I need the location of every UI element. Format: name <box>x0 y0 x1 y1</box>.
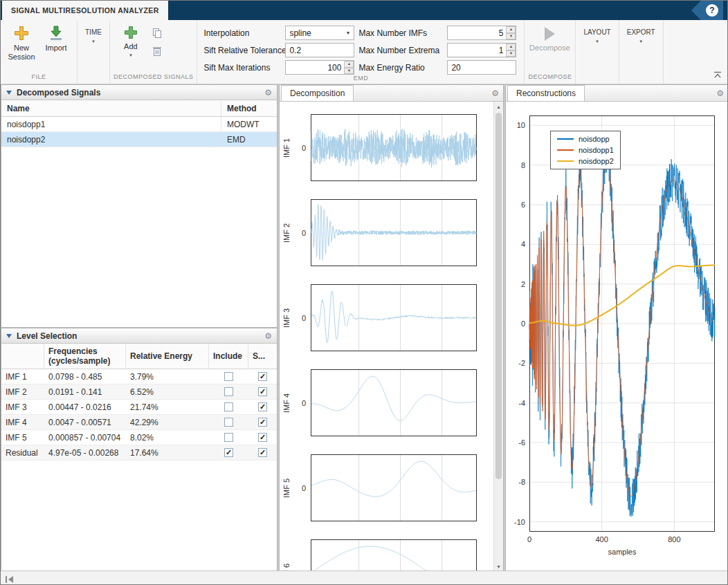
max-imfs-stepper[interactable]: ▲▼ <box>447 26 516 40</box>
export-label: EXPORT <box>627 28 655 36</box>
show-checkbox[interactable] <box>258 448 267 457</box>
time-section-label <box>81 73 106 84</box>
method-column-header: Method <box>221 104 277 113</box>
max-energy-input[interactable] <box>447 60 516 75</box>
new-session-button[interactable]: New Session <box>4 21 39 62</box>
signal-name: noisdopp1 <box>1 117 221 131</box>
tab-reconstructions[interactable]: Reconstructions <box>507 85 585 101</box>
time-dropdown-button[interactable]: TIME ▼ <box>81 21 106 50</box>
level-row-imf3[interactable]: IMF 3 0.00447 - 0.0216 21.74% <box>1 400 277 415</box>
include-checkbox[interactable] <box>224 433 233 442</box>
sift-iterations-stepper[interactable]: ▲▼ <box>285 60 354 75</box>
max-extrema-stepper[interactable]: ▲▼ <box>447 43 516 57</box>
svg-text:-4: -4 <box>518 399 525 407</box>
show-checkbox[interactable] <box>258 387 267 396</box>
vertical-scrollbar[interactable]: ▲ ▼ <box>493 102 503 571</box>
include-checkbox[interactable] <box>224 387 233 396</box>
max-extrema-label: Max Number Extrema <box>358 46 443 55</box>
decomposed-signals-title: Decomposed Signals <box>17 88 100 98</box>
gear-icon[interactable]: ⚙ <box>264 89 272 97</box>
imf-ylabel: IMF 5 <box>281 454 292 521</box>
signals-table-header: Name Method <box>1 100 277 117</box>
imf-subplot-5[interactable]: IMF 50 <box>280 442 495 527</box>
add-button[interactable]: Add ▼ <box>113 21 148 59</box>
imf-zero-tick: 0 <box>295 454 306 521</box>
level-frequencies: 0.000857 - 0.00704 <box>44 433 126 443</box>
include-checkbox[interactable] <box>224 402 233 411</box>
tab-signal-multiresolution-analyzer[interactable]: SIGNAL MULTIRESOLUTION ANALYZER <box>2 1 168 20</box>
level-row-imf2[interactable]: IMF 2 0.0191 - 0.141 6.52% <box>1 384 277 400</box>
collapse-toolstrip-button[interactable] <box>713 68 722 81</box>
add-label: Add <box>124 42 138 51</box>
include-checkbox[interactable] <box>224 418 233 427</box>
decomposed-signals-panel: Decomposed Signals ⚙ Name Method noisdop… <box>1 84 277 328</box>
help-button[interactable]: ? <box>706 4 718 17</box>
svg-text:2: 2 <box>521 280 525 288</box>
decomposed-signals-header[interactable]: Decomposed Signals ⚙ <box>1 85 277 100</box>
scroll-up-icon[interactable]: ▲ <box>494 102 503 111</box>
show-checkbox[interactable] <box>258 402 267 411</box>
duplicate-signal-button[interactable] <box>151 27 163 39</box>
level-energy: 17.64% <box>126 448 209 458</box>
signal-row-noisdopp1[interactable]: noisdopp1 MODWT <box>1 117 277 132</box>
spin-up-icon[interactable]: ▲ <box>506 44 516 50</box>
gear-icon[interactable]: ⚙ <box>716 89 724 98</box>
legend-entry-noisdopp2: noisdopp2 <box>557 157 614 165</box>
collapse-left-button[interactable] <box>5 574 15 585</box>
imf-ylabel: IMF 2 <box>281 199 292 266</box>
level-frequencies: 0.00447 - 0.0216 <box>44 402 126 412</box>
include-checkbox[interactable] <box>224 372 233 381</box>
scroll-down-icon[interactable]: ▼ <box>494 561 503 571</box>
include-checkbox[interactable] <box>224 448 233 457</box>
chevron-down-icon: ▼ <box>595 39 599 44</box>
level-row-imf4[interactable]: IMF 4 0.0047 - 0.00571 42.29% <box>1 415 277 430</box>
level-selection-header[interactable]: Level Selection ⚙ <box>1 328 277 344</box>
level-table-header: Frequencies (cycles/sample) Relative Ene… <box>1 344 277 369</box>
decomposition-tabstrip: Decomposition ⚙ <box>280 85 503 102</box>
imf-subplot-6[interactable]: IMF 60 <box>280 527 495 571</box>
level-label: Residual <box>1 448 44 458</box>
relative-energy-column-header: Relative Energy <box>126 344 209 369</box>
level-row-imf1[interactable]: IMF 1 0.0798 - 0.485 3.79% <box>1 369 277 384</box>
imf-subplot-1[interactable]: IMF 10 <box>280 102 495 187</box>
signal-row-noisdopp2[interactable]: noisdopp2 EMD <box>1 132 277 147</box>
decompose-button[interactable]: Decompose <box>528 21 571 54</box>
imf-zero-tick: 0 <box>295 114 306 181</box>
max-imfs-label: Max Number IMFs <box>358 28 443 38</box>
imf-subplot-2[interactable]: IMF 20 <box>280 187 495 272</box>
gear-icon[interactable]: ⚙ <box>491 89 499 98</box>
gear-icon[interactable]: ⚙ <box>264 332 272 340</box>
plot-legend[interactable]: noisdoppnoisdopp1noisdopp2 <box>550 131 621 169</box>
reconstructions-plot[interactable]: -10-8-6-4-202468100400800samplesnoisdopp… <box>506 102 728 571</box>
file-section: New Session Import FILE <box>1 20 78 84</box>
decompose-label: Decompose <box>529 44 570 53</box>
spin-up-icon[interactable]: ▲ <box>506 26 516 33</box>
export-section: EXPORT ▼ <box>619 20 664 84</box>
level-label: IMF 3 <box>1 402 44 412</box>
sift-tolerance-input[interactable] <box>285 43 354 57</box>
layout-dropdown-button[interactable]: LAYOUT ▼ <box>579 21 615 50</box>
scrollbar-thumb[interactable] <box>495 113 502 479</box>
spin-up-icon[interactable]: ▲ <box>344 61 354 68</box>
spin-down-icon[interactable]: ▼ <box>506 33 516 40</box>
import-button[interactable]: Import <box>39 21 73 54</box>
decomposition-panel: Decomposition ⚙ IMF 10IMF 20IMF 30IMF 40… <box>279 84 504 572</box>
tab-decomposition[interactable]: Decomposition <box>281 85 354 101</box>
level-row-residual[interactable]: Residual 4.97e-05 - 0.00268 17.64% <box>1 445 277 461</box>
file-section-label: FILE <box>4 73 73 84</box>
export-dropdown-button[interactable]: EXPORT ▼ <box>623 21 659 50</box>
signal-method: MODWT <box>221 120 277 129</box>
interpolation-select[interactable]: spline ▼ <box>285 26 354 40</box>
level-row-imf5[interactable]: IMF 5 0.000857 - 0.00704 8.02% <box>1 430 277 445</box>
show-checkbox[interactable] <box>258 418 267 427</box>
imf-subplot-3[interactable]: IMF 30 <box>280 272 495 357</box>
level-frequencies: 0.0047 - 0.00571 <box>44 418 126 427</box>
spin-down-icon[interactable]: ▼ <box>506 50 516 57</box>
imf-plot-stack[interactable]: IMF 10IMF 20IMF 30IMF 40IMF 50IMF 60 <box>280 102 495 571</box>
imf-subplot-4[interactable]: IMF 40 <box>280 357 495 442</box>
show-checkbox[interactable] <box>258 372 267 381</box>
delete-signal-button[interactable] <box>151 45 163 57</box>
time-label: TIME <box>85 28 102 36</box>
spin-down-icon[interactable]: ▼ <box>344 68 354 75</box>
show-checkbox[interactable] <box>258 433 267 442</box>
